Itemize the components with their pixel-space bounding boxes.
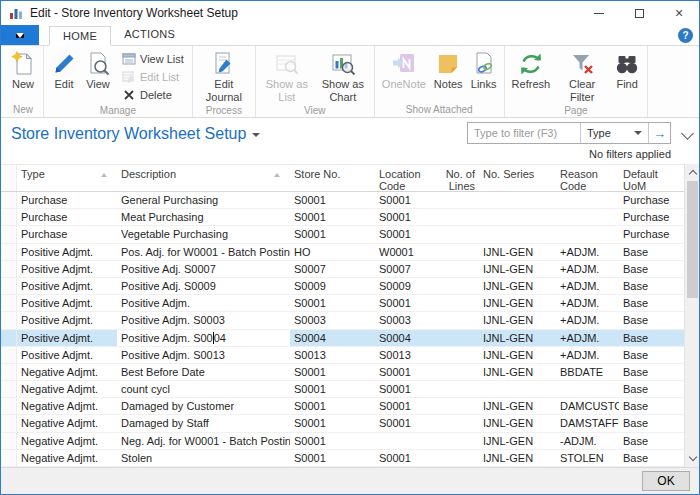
table-cell[interactable]: Negative Adjmt. bbox=[17, 450, 117, 466]
table-row[interactable]: Positive Adjmt.Positive Adj. S0007S0007S… bbox=[1, 261, 684, 278]
scrollbar-thumb[interactable] bbox=[687, 181, 698, 298]
table-cell[interactable] bbox=[479, 226, 556, 242]
table-row[interactable]: Negative Adjmt.Damaged by CustomerS0001S… bbox=[1, 398, 684, 415]
table-cell[interactable]: S0001 bbox=[290, 295, 375, 311]
table-cell[interactable] bbox=[479, 192, 556, 208]
table-cell[interactable]: S0001 bbox=[290, 364, 375, 380]
ok-button[interactable]: OK bbox=[642, 471, 690, 491]
row-selector[interactable] bbox=[1, 226, 17, 242]
table-cell[interactable]: Negative Adjmt. bbox=[17, 415, 117, 431]
minimize-button[interactable] bbox=[579, 1, 619, 25]
table-cell[interactable]: W0001 bbox=[375, 244, 441, 260]
table-row[interactable]: Positive Adjmt.Positive Adjm.S0001S0001I… bbox=[1, 295, 684, 312]
filter-input[interactable] bbox=[468, 123, 580, 143]
table-cell[interactable]: S0001 bbox=[375, 450, 441, 466]
table-cell[interactable]: S0004 bbox=[290, 330, 375, 346]
edit-journal-button[interactable]: Edit Journal bbox=[196, 48, 252, 104]
table-row[interactable]: Negative Adjmt.Best Before DateS0001S000… bbox=[1, 364, 684, 381]
table-row[interactable]: Positive Adjmt.Pos. Adj. for W0001 - Bat… bbox=[1, 244, 684, 261]
apply-filter-button[interactable]: → bbox=[648, 123, 670, 143]
table-cell[interactable]: +ADJM. bbox=[556, 347, 619, 363]
column-header-location-code[interactable]: Location Code bbox=[375, 165, 441, 191]
table-cell[interactable]: Positive Adjm. bbox=[117, 295, 290, 311]
table-cell[interactable]: S0001 bbox=[290, 433, 375, 449]
table-cell[interactable]: Positive Adjmt. bbox=[17, 278, 117, 294]
row-selector[interactable] bbox=[1, 278, 17, 294]
delete-button[interactable]: Delete bbox=[117, 86, 189, 104]
table-cell[interactable]: Vegetable Purchasing bbox=[117, 226, 290, 242]
table-cell[interactable]: S0001 bbox=[375, 381, 441, 397]
table-cell[interactable]: S0004 bbox=[375, 330, 441, 346]
table-cell[interactable]: Purchase bbox=[619, 192, 684, 208]
column-header-description[interactable]: Description bbox=[117, 165, 290, 191]
table-cell[interactable] bbox=[556, 209, 619, 225]
table-cell[interactable]: Positive Adj. S0009 bbox=[117, 278, 290, 294]
column-header-no-series[interactable]: No. Series bbox=[479, 165, 556, 191]
table-cell[interactable] bbox=[479, 381, 556, 397]
row-selector[interactable] bbox=[1, 415, 17, 431]
table-row[interactable]: Negative Adjmt.StolenS0001S0001IJNL-GENS… bbox=[1, 450, 684, 467]
table-cell[interactable]: Base bbox=[619, 261, 684, 277]
table-cell[interactable]: Purchase bbox=[17, 226, 117, 242]
edit-list-button[interactable]: Edit List bbox=[117, 68, 189, 86]
table-cell[interactable] bbox=[441, 364, 479, 380]
table-cell[interactable]: IJNL-GEN bbox=[479, 261, 556, 277]
row-selector[interactable] bbox=[1, 364, 17, 380]
table-cell[interactable] bbox=[441, 278, 479, 294]
table-cell[interactable] bbox=[441, 209, 479, 225]
table-cell[interactable]: Stolen bbox=[117, 450, 290, 466]
row-selector[interactable] bbox=[1, 192, 17, 208]
vertical-scrollbar[interactable] bbox=[684, 164, 699, 467]
table-cell[interactable]: S0001 bbox=[375, 209, 441, 225]
table-cell[interactable] bbox=[441, 398, 479, 414]
table-cell[interactable]: Positive Adjmt. bbox=[17, 330, 117, 346]
table-cell[interactable]: +ADJM. bbox=[556, 330, 619, 346]
table-cell[interactable]: Positive Adjm. S0013 bbox=[117, 347, 290, 363]
table-cell[interactable]: Best Before Date bbox=[117, 364, 290, 380]
table-row[interactable]: Positive Adjmt.Positive Adjm. S0003S0003… bbox=[1, 312, 684, 329]
table-cell[interactable]: S0001 bbox=[290, 226, 375, 242]
table-cell[interactable]: IJNL-GEN bbox=[479, 364, 556, 380]
find-button[interactable]: Find bbox=[610, 48, 644, 92]
table-cell[interactable]: Base bbox=[619, 330, 684, 346]
table-cell[interactable]: Negative Adjmt. bbox=[17, 381, 117, 397]
table-cell[interactable]: S0001 bbox=[290, 450, 375, 466]
table-cell[interactable]: Purchase bbox=[17, 192, 117, 208]
table-cell[interactable]: +ADJM. bbox=[556, 261, 619, 277]
table-cell[interactable]: Negative Adjmt. bbox=[17, 364, 117, 380]
table-cell[interactable]: S0013 bbox=[290, 347, 375, 363]
table-cell[interactable]: Positive Adjmt. bbox=[17, 244, 117, 260]
edit-button[interactable]: Edit bbox=[47, 48, 81, 92]
row-selector[interactable] bbox=[1, 209, 17, 225]
table-cell[interactable]: Neg. Adj. for W0001 - Batch Posting bbox=[117, 433, 290, 449]
table-cell[interactable]: Base bbox=[619, 278, 684, 294]
table-cell[interactable]: S0001 bbox=[290, 381, 375, 397]
table-cell[interactable]: S0001 bbox=[290, 398, 375, 414]
table-cell[interactable]: S0001 bbox=[375, 364, 441, 380]
row-selector[interactable] bbox=[1, 261, 17, 277]
table-cell[interactable]: Meat Purchasing bbox=[117, 209, 290, 225]
table-cell[interactable]: S0009 bbox=[290, 278, 375, 294]
table-row[interactable]: Positive Adjmt.Positive Adj. S0009S0009S… bbox=[1, 278, 684, 295]
page-title[interactable]: Store Inventory Worksheet Setup bbox=[11, 125, 260, 143]
table-cell[interactable]: Base bbox=[619, 415, 684, 431]
view-list-button[interactable]: View List bbox=[117, 50, 189, 68]
table-cell[interactable]: IJNL-GEN bbox=[479, 312, 556, 328]
new-button[interactable]: New bbox=[6, 48, 40, 92]
table-cell[interactable]: S0003 bbox=[290, 312, 375, 328]
table-row[interactable]: Positive Adjmt.Positive Adjm. S0013S0013… bbox=[1, 347, 684, 364]
view-button[interactable]: View bbox=[81, 48, 115, 92]
table-cell[interactable]: Positive Adjmt. bbox=[17, 295, 117, 311]
table-cell[interactable]: +ADJM. bbox=[556, 295, 619, 311]
show-as-list-button[interactable]: Show as List bbox=[259, 48, 315, 104]
table-cell[interactable] bbox=[441, 433, 479, 449]
table-cell[interactable]: Base bbox=[619, 244, 684, 260]
table-cell[interactable]: Base bbox=[619, 433, 684, 449]
column-header-default-uom[interactable]: Default UoM bbox=[619, 165, 684, 191]
table-cell[interactable]: S0003 bbox=[375, 312, 441, 328]
table-cell[interactable] bbox=[441, 381, 479, 397]
table-cell[interactable]: Base bbox=[619, 364, 684, 380]
table-cell[interactable]: S0001 bbox=[375, 295, 441, 311]
table-cell[interactable]: Base bbox=[619, 450, 684, 466]
table-row[interactable]: Negative Adjmt.Damaged by StaffS0001S000… bbox=[1, 415, 684, 432]
